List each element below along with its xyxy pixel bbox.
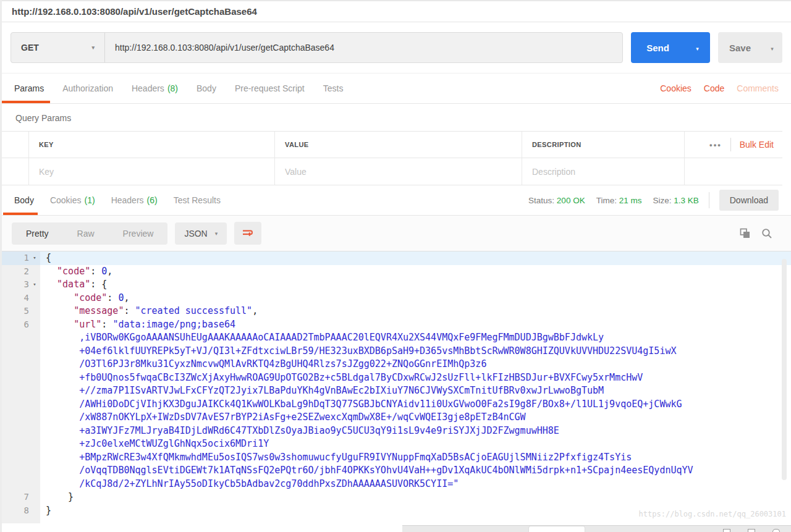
editor-tools xyxy=(740,228,781,239)
request-title: http://192.168.0.103:8080/api/v1/user/ge… xyxy=(12,6,257,17)
code-line: /xW887nOKYLpX+IWzDsDV7AvES7rBYP2iAsFg+e2… xyxy=(2,411,791,424)
param-checkbox-column xyxy=(2,132,29,158)
request-tab-authorization[interactable]: Authorization xyxy=(62,74,113,103)
chevron-down-icon: ▾ xyxy=(215,230,218,237)
word-wrap-icon xyxy=(242,229,254,239)
time-badge: Time: 21 ms xyxy=(596,196,642,205)
request-tab-headers[interactable]: Headers(8) xyxy=(132,74,178,103)
watermark: https://blog.csdn.net/qq_26003101 xyxy=(639,508,786,521)
method-label: GET xyxy=(21,43,39,53)
request-tab-params[interactable]: Params xyxy=(14,74,44,103)
code-lines: 1▾{2 "code": 0,3▾ "data": {4 "code": 0,5… xyxy=(2,251,791,517)
request-tabs-bar: ParamsAuthorizationHeaders(8)BodyPre-req… xyxy=(2,74,791,104)
request-tab-tests[interactable]: Tests xyxy=(323,74,344,103)
save-split-button: Save ▾ xyxy=(718,32,782,63)
fold-toggle-icon[interactable]: ▾ xyxy=(29,278,40,292)
save-options-button[interactable]: ▾ xyxy=(762,32,782,63)
request-tab-pre-request-script[interactable]: Pre-request Script xyxy=(235,74,305,103)
footer-bar xyxy=(402,525,791,532)
param-value-input[interactable] xyxy=(285,167,512,177)
divider xyxy=(709,192,709,208)
bulk-edit-link[interactable]: Bulk Edit xyxy=(740,140,774,150)
request-builder: GET ▾ http://192.168.0.103:8080/api/v1/u… xyxy=(2,22,791,74)
params-actions: ••• Bulk Edit xyxy=(685,132,782,158)
url-value: http://192.168.0.103:8080/api/v1/user/ge… xyxy=(115,43,334,53)
cookies-link[interactable]: Cookies xyxy=(660,83,692,93)
code-line: 5 "message": "created successfull", xyxy=(2,305,791,318)
param-checkbox-cell xyxy=(2,158,29,185)
footer-popup xyxy=(528,526,585,532)
request-tab-body[interactable]: Body xyxy=(197,74,216,103)
method-select[interactable]: GET ▾ xyxy=(11,33,105,62)
chevron-down-icon: ▾ xyxy=(771,46,774,52)
panel-icon xyxy=(748,529,755,532)
more-options-icon[interactable]: ••• xyxy=(709,140,722,150)
code-line: /AWHi0DoDCjVIhjKX3DguJAIKCk4Q1KwWOLKbaLg… xyxy=(2,398,791,412)
copy-button[interactable] xyxy=(740,228,750,239)
comments-link[interactable]: Comments xyxy=(737,83,779,93)
table-header-row: KEY VALUE DESCRIPTION ••• Bulk Edit xyxy=(2,132,782,158)
response-tabs: BodyCookies(1)Headers(6)Test Results xyxy=(14,185,237,215)
code-line: /kCqJ8d/2+ZYLhNrIAy55oDIkyCb5bAdbav2cg70… xyxy=(2,478,791,491)
copy-icon xyxy=(740,228,750,239)
search-icon xyxy=(761,228,772,239)
response-tabs-bar: BodyCookies(1)Headers(6)Test Results Sta… xyxy=(2,185,791,216)
code-line: +04ef6lklfUUYREPk5yT+VJ/QI3l+ZFdtxciwLBr… xyxy=(2,345,791,358)
code-line: /O3Tl6PJ3r8Mku31CyxzNmcvwQMlAvRKTQ4zBgUH… xyxy=(2,358,791,371)
response-tab-cookies[interactable]: Cookies(1) xyxy=(50,185,95,215)
fold-toggle-icon[interactable]: ▾ xyxy=(29,251,40,265)
view-mode-raw[interactable]: Raw xyxy=(63,222,109,245)
save-button[interactable]: Save xyxy=(718,32,762,63)
response-tab-headers[interactable]: Headers(6) xyxy=(111,185,158,215)
format-select[interactable]: JSON ▾ xyxy=(175,222,227,245)
view-mode-preview[interactable]: Preview xyxy=(109,222,168,245)
chevron-down-icon: ▾ xyxy=(696,46,699,52)
response-view-bar: PrettyRawPreview JSON ▾ xyxy=(2,216,791,251)
column-header-value: VALUE xyxy=(275,132,522,158)
size-badge: Size: 1.3 KB xyxy=(653,196,698,205)
request-title-bar: http://192.168.0.103:8080/api/v1/user/ge… xyxy=(2,0,791,22)
code-line: 4 "code": 0, xyxy=(2,292,791,305)
send-split-button: Send ▾ xyxy=(631,32,710,63)
view-mode-pretty[interactable]: Pretty xyxy=(12,222,63,245)
url-input[interactable]: http://192.168.0.103:8080/api/v1/user/ge… xyxy=(105,33,622,62)
query-params-title: Query Params xyxy=(2,104,791,131)
code-line: 1▾{ xyxy=(2,251,791,265)
search-button[interactable] xyxy=(761,228,772,239)
param-description-input[interactable] xyxy=(532,167,674,177)
status-badge: Status: 200 OK xyxy=(528,196,585,205)
wrap-lines-button[interactable] xyxy=(234,222,261,245)
code-line: 6 "url": "data:image/png;base64 xyxy=(2,318,791,332)
send-options-button[interactable]: ▾ xyxy=(685,32,710,63)
code-line: +fb0UQnos5fwqaCBcI3ZWcXjAxyHwwROAG9UpOTG… xyxy=(2,371,791,385)
download-button[interactable]: Download xyxy=(719,190,779,211)
column-header-key: KEY xyxy=(29,132,275,158)
send-button[interactable]: Send xyxy=(631,32,685,63)
column-header-description: DESCRIPTION xyxy=(522,132,685,158)
request-tabs: ParamsAuthorizationHeaders(8)BodyPre-req… xyxy=(14,74,362,103)
empty-cell xyxy=(685,158,782,185)
response-tab-test-results[interactable]: Test Results xyxy=(174,185,221,215)
search-footer-icon xyxy=(772,529,780,532)
divider xyxy=(730,138,731,151)
param-input-row xyxy=(2,158,782,185)
code-line: 3▾ "data": { xyxy=(2,278,791,292)
code-line: 2 "code": 0, xyxy=(2,265,791,279)
response-body-editor[interactable]: 1▾{2 "code": 0,3▾ "data": {4 "code": 0,5… xyxy=(2,251,791,523)
request-links: CookiesCodeComments xyxy=(660,74,779,103)
code-line: +a3IWYJFz7MLJryaB4IDjLdWRd6C47TXbDlZsOya… xyxy=(2,424,791,438)
code-line: +zJc0elxeMCtWUZglGhNqx5ocix6MDri1Y xyxy=(2,437,791,451)
view-mode-switch: PrettyRawPreview xyxy=(12,222,167,245)
console-icon xyxy=(723,529,730,532)
query-params-table: KEY VALUE DESCRIPTION ••• Bulk Edit xyxy=(2,131,782,185)
param-key-input[interactable] xyxy=(39,167,264,177)
code-line: +//zma7P1ISvARTVJwLFxCFYzQT2Jyix7LBaPduY… xyxy=(2,384,791,398)
response-tab-body[interactable]: Body xyxy=(14,185,34,215)
code-line: +BMpzRWcRE3w4XfQMkmwhdMEu5osIQS7ws0w3sho… xyxy=(2,451,791,465)
code-link[interactable]: Code xyxy=(704,83,724,93)
chevron-down-icon: ▾ xyxy=(91,44,95,51)
rest-client-window: http://192.168.0.103:8080/api/v1/user/ge… xyxy=(0,0,791,532)
scrollbar[interactable] xyxy=(782,259,787,480)
response-meta: Status: 200 OK Time: 21 ms Size: 1.3 KB … xyxy=(517,185,779,215)
code-line: ,iVBORw0KGgoAAAANSUhEUgAAAKAAAAAoCAIAAAD… xyxy=(2,331,791,345)
